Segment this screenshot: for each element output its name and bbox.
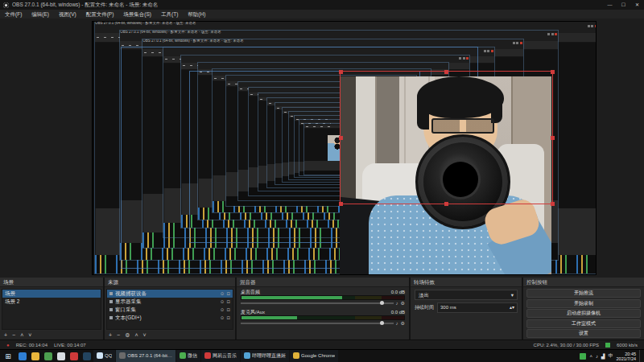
speaker-icon[interactable]: ♪: [396, 320, 398, 327]
taskbar-app-button[interactable]: QQ: [93, 350, 115, 362]
volume-slider[interactable]: [241, 323, 394, 324]
selection-handle[interactable]: [339, 202, 343, 206]
recording-indicator-icon: ●: [6, 343, 10, 348]
app-icon: [293, 352, 299, 359]
controls-body: 开始推流开始录制启动虚拟摄像机工作室模式设置退出: [523, 287, 644, 339]
gear-icon[interactable]: ⚙: [401, 320, 405, 327]
mixer-channel-name: 桌面音频: [241, 290, 260, 295]
app-label: 网易云音乐: [213, 352, 237, 360]
message-tray-icon[interactable]: [580, 353, 586, 360]
scenes-dock: 场景 场景场景 2 +−˄˅: [0, 278, 103, 339]
scene-item[interactable]: 场景: [2, 290, 101, 298]
scenes-tool-button[interactable]: ˅: [28, 331, 31, 339]
selection-handle[interactable]: [444, 70, 448, 74]
taskbar-app-button[interactable]: 网易云音乐: [201, 350, 240, 362]
lock-icon[interactable]: ⊡: [226, 290, 230, 298]
taskbar-app-button[interactable]: 哔哩哔哩直播姬: [241, 350, 289, 362]
selection-handle[interactable]: [339, 70, 343, 74]
control-button[interactable]: 启动虚拟摄像机: [526, 309, 641, 318]
menu-item[interactable]: 编辑(E): [27, 10, 54, 19]
control-button[interactable]: 开始推流: [526, 289, 641, 298]
ime-indicator[interactable]: 中: [609, 352, 613, 360]
visibility-eye-icon[interactable]: ⊙: [221, 298, 225, 306]
sources-tool-button[interactable]: ˅: [143, 331, 147, 339]
steam-icon[interactable]: [83, 352, 91, 360]
qq-icon[interactable]: [57, 352, 65, 360]
edge-icon[interactable]: [19, 352, 27, 360]
scenes-dock-title: 场景: [0, 278, 103, 287]
mixer-channel-db: 0.0 dB: [391, 310, 405, 315]
selection-handle[interactable]: [551, 202, 555, 206]
volume-slider-knob[interactable]: [380, 301, 384, 305]
scenes-tool-button[interactable]: ˄: [20, 331, 23, 339]
selection-handle[interactable]: [551, 70, 555, 74]
mixer-channel: 麦克风/Aux0.0 dB♪⚙: [241, 310, 405, 327]
selection-handle[interactable]: [551, 136, 555, 140]
show-desktop-button[interactable]: [639, 350, 642, 362]
selection-outline[interactable]: [340, 71, 553, 204]
taskbar-app-button[interactable]: 微信: [176, 350, 200, 362]
menu-item[interactable]: 帮助(H): [183, 10, 210, 19]
control-button[interactable]: 设置: [526, 329, 641, 338]
sources-tool-button[interactable]: ˄: [134, 331, 138, 339]
menu-item[interactable]: 视图(V): [54, 10, 81, 19]
sources-tool-button[interactable]: +: [109, 331, 112, 339]
tray-chevron-icon[interactable]: ˄: [589, 354, 592, 359]
cpu-fps: CPU: 2.4%, 30.00 / 30.00 FPS: [534, 343, 599, 348]
taskbar-clock[interactable]: 20:45 2021/7/24: [617, 352, 636, 361]
transition-select[interactable]: 淡出 ▾: [415, 290, 518, 300]
menu-item[interactable]: 配置文件(P): [81, 10, 119, 19]
volume-icon[interactable]: ♪: [596, 354, 598, 359]
selection-handle[interactable]: [339, 136, 343, 140]
spinner-arrows-icon[interactable]: ▴▾: [510, 303, 514, 312]
rec-time: REC: 00:14:04: [16, 343, 47, 348]
audio-meter-unlit: [297, 316, 404, 319]
menu-item[interactable]: 工具(T): [156, 10, 183, 19]
netease-music-icon[interactable]: [70, 352, 78, 360]
start-button[interactable]: ⊞: [0, 350, 16, 362]
gear-icon[interactable]: ⚙: [401, 300, 405, 306]
source-type-icon: [109, 316, 113, 319]
app-icon: [244, 352, 250, 359]
lock-icon[interactable]: ⊡: [226, 298, 230, 306]
menu-item[interactable]: 场景集合(S): [118, 10, 156, 19]
nested-window-buttons-icon: [484, 50, 493, 52]
network-icon[interactable]: ▟: [601, 353, 605, 359]
speaker-icon[interactable]: ♪: [396, 300, 398, 306]
source-item[interactable]: 窗口采集⊙⊡: [107, 306, 233, 314]
taskbar-app-button[interactable]: OBS 27.0.1 (64-bit…: [116, 350, 175, 362]
preview-canvas[interactable]: OBS 27.0.1 (64-bit, windows) - 配置文件: 未命名…: [93, 22, 596, 274]
clock-date: 2021/7/24: [617, 356, 636, 361]
pinned-icons: [16, 352, 93, 360]
scene-item[interactable]: 场景 2: [2, 298, 101, 306]
lock-icon[interactable]: ⊡: [226, 314, 230, 322]
obs-logo-icon: [3, 2, 9, 8]
chrome-icon[interactable]: [44, 352, 52, 360]
visibility-eye-icon[interactable]: ⊙: [221, 306, 225, 314]
app-icon: [119, 352, 126, 359]
control-button[interactable]: 开始录制: [526, 299, 641, 308]
source-item[interactable]: 文本(GDI+)⊙⊡: [107, 314, 233, 322]
menu-item[interactable]: 文件(F): [0, 10, 27, 19]
selection-handle[interactable]: [444, 202, 448, 206]
task-buttons: QQOBS 27.0.1 (64-bit…微信网易云音乐哔哩哔哩直播姬Googl…: [93, 350, 339, 362]
maximize-button[interactable]: ☐: [617, 0, 630, 10]
minimize-button[interactable]: —: [603, 0, 617, 10]
visibility-eye-icon[interactable]: ⊙: [221, 314, 225, 322]
explorer-icon[interactable]: [31, 352, 39, 360]
duration-spinner[interactable]: 300 ms ▴▾: [437, 302, 518, 313]
sources-tool-button[interactable]: ⚙: [125, 331, 130, 339]
scenes-tool-button[interactable]: −: [12, 331, 15, 339]
source-item[interactable]: 显示器采集⊙⊡: [107, 298, 233, 306]
scenes-tool-button[interactable]: +: [4, 331, 7, 339]
source-item[interactable]: 视频捕获设备⊙⊡: [107, 290, 233, 298]
volume-slider-knob[interactable]: [380, 321, 384, 325]
control-button[interactable]: 工作室模式: [526, 319, 641, 328]
volume-slider[interactable]: [241, 302, 394, 304]
lock-icon[interactable]: ⊡: [226, 306, 230, 314]
visibility-eye-icon[interactable]: ⊙: [221, 290, 225, 298]
close-button[interactable]: ✕: [630, 0, 644, 10]
taskbar-app-button[interactable]: Google Chrome: [290, 350, 338, 362]
sources-tool-button[interactable]: −: [117, 331, 120, 339]
nested-window-buttons-icon: [547, 33, 557, 35]
